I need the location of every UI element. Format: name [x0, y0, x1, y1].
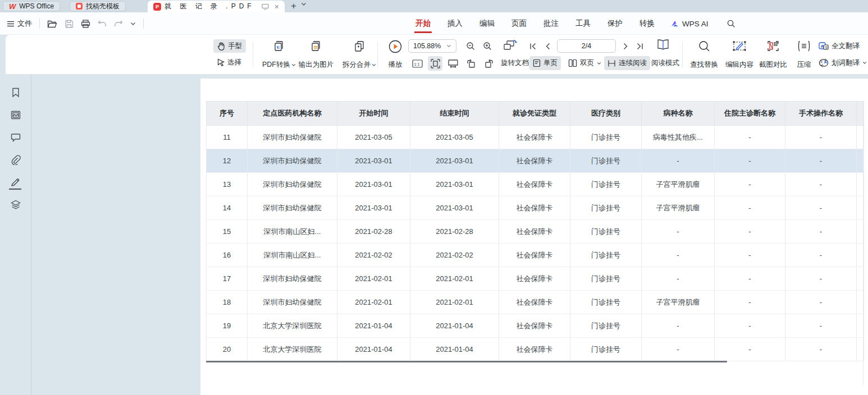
table-cell: 13 [207, 173, 248, 196]
menu-page[interactable]: 页面 [510, 13, 528, 34]
continuous-reading-button[interactable]: 连续阅读 [604, 56, 650, 70]
zoom-in-icon[interactable] [480, 39, 495, 53]
table-cell: - [715, 338, 785, 361]
close-tab-icon[interactable]: × [275, 2, 279, 11]
word-translate-button[interactable]: A文 划词翻译 [819, 56, 867, 70]
read-mode-icon[interactable] [655, 38, 671, 52]
first-page-icon[interactable] [527, 39, 539, 53]
menu-home[interactable]: 开始 [414, 13, 432, 34]
menu-tools[interactable]: 工具 [574, 13, 592, 34]
menu-protect[interactable]: 保护 [606, 13, 624, 34]
full-translate-button[interactable]: A文 全文翻译 [819, 39, 867, 53]
undo-icon[interactable] [98, 20, 107, 27]
menu-comment[interactable]: 批注 [542, 13, 560, 34]
comment-icon[interactable] [10, 132, 21, 143]
open-file-icon[interactable] [47, 20, 57, 28]
menubar: 开始 插入 编辑 页面 批注 工具 保护 转换 WPS AI [414, 12, 735, 35]
edit-content-button[interactable]: 编辑内容 [723, 38, 756, 71]
search-icon[interactable] [727, 19, 735, 28]
table-row: 14深圳市妇幼保健院2021-03-012021-03-01社会保障卡门诊挂号子… [207, 196, 864, 220]
new-tab-button[interactable]: + [287, 0, 300, 12]
select-tool-button[interactable]: 选择 [213, 56, 246, 69]
actual-size-icon[interactable]: 1:1 [410, 56, 424, 71]
single-page-button[interactable]: 单页 [529, 56, 561, 70]
table-cell: - [642, 244, 715, 267]
svg-text:A: A [824, 59, 828, 65]
split-merge-label: 拆分合并 [342, 60, 371, 70]
find-replace-button[interactable]: 查找替换 [687, 38, 721, 71]
table-cell: 2021-02-01 [337, 291, 410, 314]
table-cell: 深圳市妇幼保健院 [248, 126, 337, 149]
menu-insert[interactable]: 插入 [446, 13, 464, 34]
signature-icon[interactable] [10, 177, 21, 188]
play-button[interactable]: 播放 [383, 38, 408, 71]
monitor-icon[interactable] [262, 3, 269, 10]
single-page-label: 单页 [543, 58, 558, 68]
quick-access-chevron-icon[interactable] [130, 22, 136, 26]
pdf-page: 序号定点医药机构名称开始时间结束时间就诊凭证类型医疗类别病种名称住院主诊断名称手… [200, 79, 868, 395]
last-page-icon[interactable] [633, 39, 646, 53]
navigation-sidebar [0, 75, 31, 395]
rotate-left-icon[interactable] [464, 56, 478, 71]
table-cell: 2021-02-01 [337, 267, 410, 291]
print-icon[interactable] [81, 20, 90, 28]
rotate-right-icon[interactable] [482, 56, 496, 71]
column-header: 开始时间 [337, 102, 410, 126]
bookmark-icon[interactable] [10, 87, 21, 98]
screenshot-compare-button[interactable]: 截图对比 [756, 38, 790, 71]
table-cell: 16 [207, 244, 248, 267]
table-cell: - [642, 338, 715, 361]
fit-page-icon[interactable] [428, 56, 442, 71]
menu-edit[interactable]: 编辑 [478, 13, 496, 34]
hand-tool-button[interactable]: 手型 [213, 39, 246, 53]
column-header: 结束时间 [410, 102, 499, 126]
previous-page-icon[interactable] [542, 39, 553, 53]
two-page-button[interactable]: 双页 [565, 56, 605, 70]
file-menu-button[interactable]: 文件 [7, 19, 32, 29]
layers-icon[interactable] [10, 199, 21, 210]
split-merge-button[interactable]: 拆分合并 [338, 38, 381, 71]
read-mode-button[interactable]: 阅读模式 [648, 56, 683, 70]
column-header: 住院主诊断名称 [715, 102, 785, 126]
tab-list-chevron-icon[interactable] [301, 2, 307, 6]
menu-convert[interactable]: 转换 [638, 13, 656, 34]
wps-pdf-app: W WPS Office 找稿壳模板 P 就 医 记 录 .PDF × + 文件 [0, 0, 868, 395]
document-title: 就 医 记 录 .PDF [165, 2, 255, 11]
divider [682, 42, 683, 67]
redo-icon[interactable] [114, 20, 123, 27]
table-cell: 社会保障卡 [499, 196, 570, 220]
thumbnail-icon[interactable] [10, 109, 21, 121]
tab-document[interactable]: P 就 医 记 录 .PDF × [148, 1, 285, 12]
save-icon[interactable] [65, 20, 74, 28]
table-row: 11深圳市妇幼保健院2021-03-052021-03-05社会保障卡门诊挂号病… [207, 126, 864, 149]
table-cell: - [642, 149, 715, 173]
zoom-level-combo[interactable]: 105.88% [408, 39, 456, 53]
page-indicator-input[interactable] [557, 39, 616, 53]
fit-width-icon[interactable] [446, 56, 460, 71]
table-cell: 北京大学深圳医院 [248, 338, 337, 361]
compress-button[interactable]: 压缩 [792, 38, 816, 71]
next-page-icon[interactable] [620, 39, 631, 53]
table-cell: - [715, 314, 785, 338]
zoom-out-icon[interactable] [463, 39, 478, 53]
table-cell: - [715, 196, 785, 220]
divider [377, 42, 378, 67]
tab-template[interactable]: 找稿壳模板 [70, 1, 126, 11]
table-cell: - [785, 220, 857, 244]
export-image-button[interactable]: 输出为图片 [294, 38, 339, 71]
table-cell: - [785, 338, 857, 361]
medical-records-table: 序号定点医药机构名称开始时间结束时间就诊凭证类型医疗类别病种名称住院主诊断名称手… [206, 101, 864, 361]
table-cell: 2021-03-01 [337, 149, 410, 173]
column-header: 病种名称 [642, 102, 715, 126]
wps-ai-button[interactable]: WPS AI [670, 20, 709, 28]
tab-wps-office[interactable]: W WPS Office [3, 1, 60, 11]
attachment-icon[interactable] [10, 154, 21, 166]
two-page-label: 双页 [580, 58, 594, 68]
table-cell: 子宫平滑肌瘤 [642, 291, 715, 314]
rotate-doc-label[interactable]: 旋转文档 [501, 58, 529, 68]
table-cell: - [642, 314, 715, 338]
table-cell: 2021-02-28 [337, 220, 410, 244]
rotate-pages-icon[interactable] [501, 38, 520, 53]
table-cell: 社会保障卡 [499, 267, 570, 291]
table-cell: 2021-03-01 [410, 196, 499, 220]
